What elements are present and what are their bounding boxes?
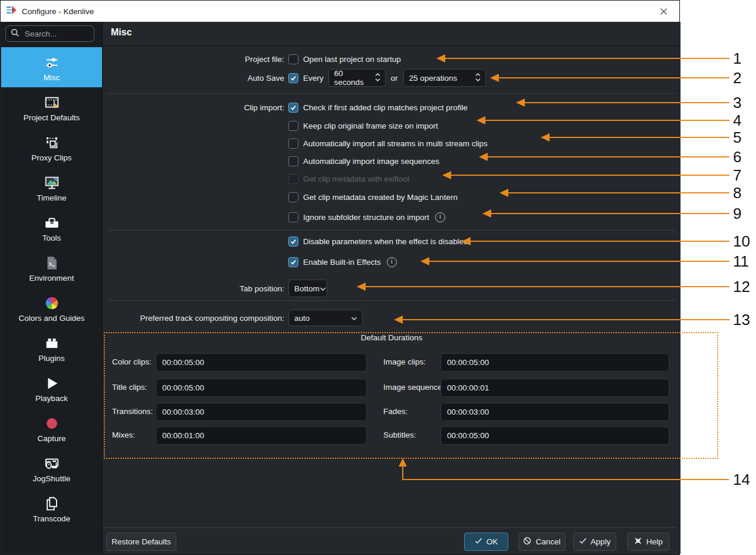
annotation-arrow-line-13 [402, 319, 729, 321]
magic-lantern-checkbox[interactable] [288, 192, 298, 202]
color-wheel-icon [43, 293, 61, 313]
help-icon [634, 537, 642, 547]
ignore-subfolder-checkbox[interactable] [288, 212, 298, 222]
sidebar-item-proxy-clips[interactable]: Proxy Clips [1, 127, 102, 168]
sidebar-item-capture[interactable]: Capture [1, 408, 102, 448]
spin-arrows-icon[interactable] [374, 71, 381, 85]
or-label: or [391, 74, 398, 83]
timeline-icon [43, 173, 61, 193]
annotation-number-11: 11 [733, 252, 756, 271]
search-input[interactable] [24, 29, 85, 39]
import-image-sequences-checkbox[interactable] [288, 156, 298, 166]
plugin-brick-icon [43, 333, 61, 353]
sidebar-item-label: Colors and Guides [19, 314, 85, 323]
toolbox-icon [43, 213, 61, 233]
sidebar-item-label: Environment [29, 274, 74, 283]
sidebar-item-label: Transcode [33, 514, 70, 523]
annotation-arrow-line-4 [484, 120, 729, 121]
option-text: Check if first added clip matches projec… [303, 103, 468, 112]
annotation-number-3: 3 [733, 93, 756, 112]
option-text: Get clip metadata created by Magic Lante… [303, 193, 458, 202]
exiftool-metadata-checkbox [288, 174, 298, 184]
close-icon[interactable] [656, 4, 671, 19]
annotation-arrowhead-14 [399, 458, 407, 467]
annotation-number-2: 2 [733, 68, 756, 87]
autosave-checkbox[interactable] [288, 73, 298, 83]
annotation-number-9: 9 [733, 204, 756, 223]
search-box[interactable] [5, 25, 94, 42]
sidebar-item-label: Plugins [38, 354, 64, 363]
annotation-arrow-line-14 [402, 479, 729, 481]
compositing-row: Preferred track compositing composition:… [103, 310, 681, 326]
compositing-select[interactable]: auto [288, 310, 363, 326]
search-icon [11, 28, 19, 40]
autosave-interval-spinbox[interactable]: 60 seconds [328, 69, 386, 87]
sidebar-item-plugins[interactable]: Plugins [1, 328, 102, 368]
apply-button[interactable]: Apply [573, 533, 616, 551]
keep-frame-size-checkbox[interactable] [288, 121, 298, 131]
annotation-arrow-line-6 [487, 156, 729, 158]
option-text: Enable Built-in Effects [303, 258, 381, 267]
sidebar-item-misc[interactable]: Misc [1, 47, 102, 87]
play-icon [43, 373, 61, 393]
project-file-label: Project file: [103, 55, 284, 64]
ok-button[interactable]: OK [464, 533, 508, 551]
spin-arrows-icon[interactable] [475, 71, 481, 85]
annotation-arrow-line-10 [469, 241, 729, 242]
tab-position-label: Tab position: [103, 284, 284, 293]
sidebar-item-colors-and-guides[interactable]: Colors and Guides [1, 288, 102, 328]
disable-parameters-checkbox[interactable] [288, 237, 298, 247]
annotation-number-5: 5 [733, 128, 756, 147]
sidebar-item-project-defaults[interactable]: Project Defaults [1, 87, 102, 127]
option-text: Ignore subfolder structure on import [303, 213, 429, 222]
sidebar-nav: MiscProject DefaultsProxy ClipsTimelineT… [1, 47, 102, 528]
transcode-icon [43, 494, 61, 514]
annotation-box-default-durations [104, 332, 718, 459]
annotation-number-7: 7 [733, 166, 756, 185]
builtin-effects-checkbox[interactable] [288, 257, 298, 267]
info-icon: i [387, 257, 397, 267]
option-text: Disable parameters when the effect is di… [303, 237, 468, 246]
tab-position-value: Bottom [294, 284, 320, 293]
sidebar-item-label: Capture [37, 434, 65, 443]
clip-import-option-row: Automatically import image sequences [103, 152, 681, 170]
chevron-down-icon [320, 284, 326, 293]
sidebar-item-jogshuttle[interactable]: JogShuttle [1, 448, 102, 488]
sidebar-item-playback[interactable]: Playback [1, 368, 102, 408]
sidebar-item-transcode[interactable]: Transcode [1, 488, 102, 528]
autosave-operations-value: 25 operations [409, 74, 458, 83]
clip-import-label: Clip import: [103, 103, 284, 112]
annotation-arrow-line-8 [507, 192, 729, 194]
import-all-streams-checkbox[interactable] [288, 139, 298, 149]
autosave-operations-spinbox[interactable]: 25 operations [403, 69, 486, 87]
sidebar-item-environment[interactable]: Environment [1, 248, 102, 288]
help-button[interactable]: Help [627, 533, 669, 551]
sidebar-item-label: Timeline [37, 193, 67, 202]
annotation-number-8: 8 [733, 183, 756, 202]
annotation-arrow-line-1 [444, 58, 729, 60]
annotation-arrow-line-7 [450, 175, 729, 176]
window-title: Configure - Kdenlive [22, 7, 94, 16]
check-profile-checkbox[interactable] [288, 103, 298, 113]
separator [107, 300, 676, 301]
compositing-label: Preferred track compositing composition: [103, 314, 284, 323]
annotation-arrow-riser-14 [402, 466, 404, 480]
cancel-button[interactable]: Cancel [518, 533, 566, 551]
tab-position-select[interactable]: Bottom [288, 280, 327, 297]
configure-dialog: Configure - Kdenlive MiscProject Default… [0, 0, 680, 555]
separator [107, 230, 676, 231]
separator [107, 93, 676, 94]
autosave-label: Auto Save [103, 74, 284, 83]
environment-icon [43, 253, 61, 273]
tab-position-row: Tab position: Bottom [103, 280, 681, 297]
annotation-number-14: 14 [733, 470, 756, 489]
open-last-project-checkbox[interactable] [288, 54, 298, 64]
annotation-number-6: 6 [733, 147, 756, 166]
sidebar-item-timeline[interactable]: Timeline [1, 168, 102, 208]
check-icon [475, 537, 482, 546]
annotation-number-1: 1 [733, 49, 756, 68]
option-text: Automatically import all streams in mult… [303, 139, 488, 148]
sidebar-item-tools[interactable]: Tools [1, 208, 102, 248]
cancel-label: Cancel [535, 537, 560, 546]
restore-defaults-button[interactable]: Restore Defaults [106, 533, 176, 551]
